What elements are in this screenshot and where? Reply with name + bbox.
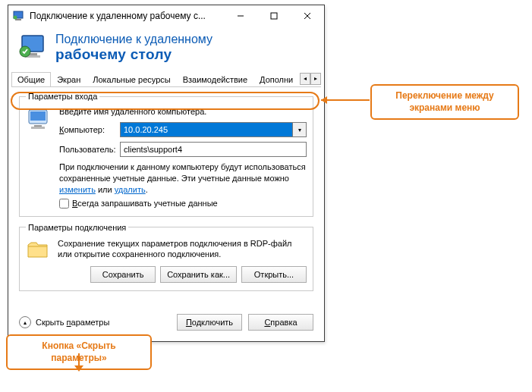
tabs-scroll: ◂ ▸ xyxy=(300,73,321,85)
hide-options-button[interactable]: ▴ Скрыть параметры xyxy=(19,316,109,328)
svg-point-2 xyxy=(14,16,17,20)
computer-combo[interactable]: ▾ xyxy=(120,122,307,137)
connection-group: Параметры подключения Сохранение текущих… xyxy=(19,223,313,292)
tabs: Общие Экран Локальные ресурсы Взаимодейс… xyxy=(11,71,321,87)
save-button[interactable]: Сохранить xyxy=(90,266,156,283)
header-line1: Подключение к удаленному xyxy=(55,33,212,46)
login-group: Параметры входа Введите имя удаленного к… xyxy=(19,92,313,217)
computer-dropdown-icon[interactable]: ▾ xyxy=(293,122,307,137)
computer-icon xyxy=(26,107,56,136)
maximize-button[interactable] xyxy=(257,5,291,27)
computer-label: Компьютер: xyxy=(59,125,120,134)
always-ask-input[interactable] xyxy=(59,199,69,209)
minimize-button[interactable] xyxy=(224,5,257,27)
annotation-tabs-callout: Переключение между экранами меню xyxy=(370,84,519,120)
svg-rect-13 xyxy=(34,125,42,127)
svg-rect-1 xyxy=(15,19,21,20)
header: Подключение к удаленному рабочему столу xyxy=(8,27,324,71)
window-title: Подключение к удаленному рабочему с... xyxy=(30,11,224,21)
annotation-arrow-line xyxy=(321,99,370,101)
annotation-arrow-head xyxy=(321,96,327,104)
tabs-scroll-right[interactable]: ▸ xyxy=(310,73,321,85)
connection-legend: Параметры подключения xyxy=(26,223,128,232)
annotation-arrow-down-head xyxy=(74,365,83,372)
rdp-window: Подключение к удаленному рабочему с... П… xyxy=(8,5,325,342)
svg-rect-14 xyxy=(31,127,45,129)
app-icon xyxy=(13,10,25,22)
folder-icon xyxy=(26,238,53,264)
open-button[interactable]: Открыть... xyxy=(241,266,307,283)
always-ask-checkbox[interactable]: Всегда запрашивать учетные данные xyxy=(59,199,307,209)
tab-display[interactable]: Экран xyxy=(51,72,87,86)
tab-local-resources[interactable]: Локальные ресурсы xyxy=(87,72,176,86)
computer-input[interactable] xyxy=(120,122,293,137)
tabs-scroll-left[interactable]: ◂ xyxy=(300,73,310,85)
titlebar: Подключение к удаленному рабочему с... xyxy=(8,5,324,27)
rdp-header-icon xyxy=(19,33,48,62)
close-button[interactable] xyxy=(291,5,324,27)
tab-content: Параметры входа Введите имя удаленного к… xyxy=(8,87,324,305)
help-button[interactable]: Справка xyxy=(248,314,313,331)
tab-experience[interactable]: Взаимодействие xyxy=(177,72,253,86)
connect-button[interactable]: Подключить xyxy=(177,314,242,331)
connection-text: Сохранение текущих параметров подключени… xyxy=(58,238,307,261)
save-as-button[interactable]: Сохранить как... xyxy=(160,266,237,283)
delete-credentials-link[interactable]: удалить xyxy=(115,185,146,194)
login-instruction: Введите имя удаленного компьютера. xyxy=(59,107,307,116)
svg-rect-4 xyxy=(271,13,277,19)
user-input[interactable] xyxy=(120,142,307,157)
header-text: Подключение к удаленному рабочему столу xyxy=(55,33,212,63)
user-label: Пользователь: xyxy=(59,145,120,154)
collapse-icon: ▴ xyxy=(19,316,31,328)
svg-rect-12 xyxy=(30,111,46,121)
tab-advanced[interactable]: Дополни xyxy=(253,72,299,86)
login-legend: Параметры входа xyxy=(26,92,99,101)
tab-general[interactable]: Общие xyxy=(11,72,51,86)
saved-credentials-text: При подключении к данному компьютеру буд… xyxy=(59,162,307,196)
edit-credentials-link[interactable]: изменить xyxy=(59,185,96,194)
header-line2: рабочему столу xyxy=(55,46,212,63)
